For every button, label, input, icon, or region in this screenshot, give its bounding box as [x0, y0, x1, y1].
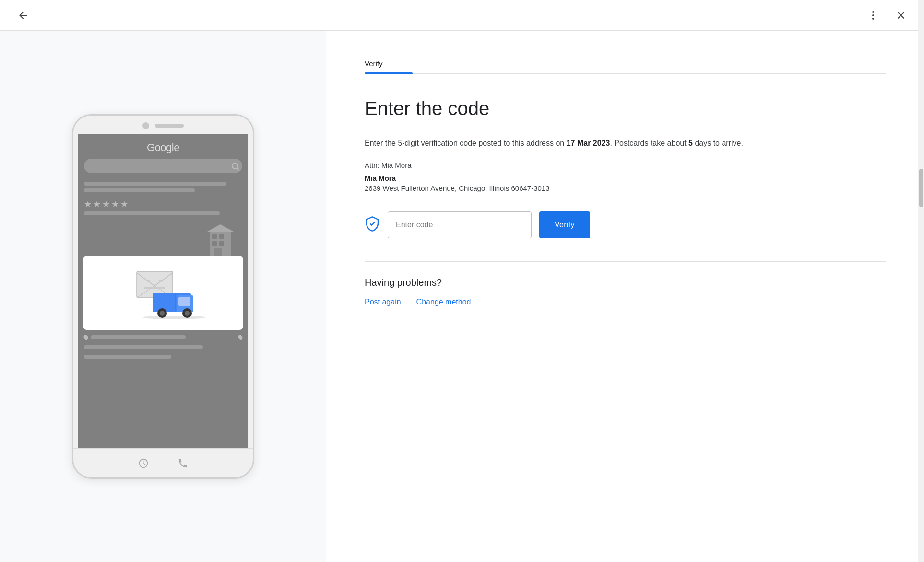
phone-nav-clock	[138, 458, 149, 468]
problems-heading: Having problems?	[365, 277, 886, 288]
phone-line	[84, 182, 226, 186]
phone-camera	[142, 122, 149, 129]
scroll-thumb[interactable]	[919, 169, 923, 207]
svg-rect-6	[212, 241, 217, 246]
phone-mockup: Google ★ ★ ★ ★ ★	[72, 114, 254, 479]
pin-icon-2	[237, 334, 244, 340]
right-panel: Verify Enter the code Enter the 5-digit …	[326, 31, 924, 562]
address-name: Mia Mora	[365, 174, 886, 182]
tab-underline	[365, 72, 413, 74]
svg-rect-5	[219, 234, 224, 239]
top-bar-left	[13, 6, 33, 25]
desc-date: 17 Mar 2023	[567, 139, 610, 147]
top-bar	[0, 0, 924, 31]
phone-bottom-content	[78, 330, 248, 448]
phone-stars: ★ ★ ★ ★ ★	[78, 197, 248, 211]
phone-line-3	[84, 355, 171, 359]
svg-point-13	[147, 280, 150, 282]
phone-search-icon	[232, 163, 238, 169]
phone-loc-line	[91, 335, 186, 339]
desc-days: 5	[688, 139, 693, 147]
phone-long-line	[84, 211, 220, 215]
svg-point-0	[872, 11, 874, 13]
address-text: 2639 West Fullerton Avenue, Chicago, Ill…	[365, 184, 886, 192]
top-bar-right	[864, 6, 911, 25]
description-text: Enter the 5-digit verification code post…	[365, 137, 886, 150]
phone-content-area	[78, 177, 248, 197]
star-2: ★	[93, 199, 101, 210]
truck-envelope-svg	[120, 267, 206, 319]
svg-rect-15	[144, 287, 165, 289]
phone-building-area	[78, 217, 248, 256]
back-button[interactable]	[13, 6, 33, 25]
svg-point-14	[159, 280, 162, 282]
phone-location-row	[84, 335, 242, 340]
truck-illustration	[93, 265, 234, 320]
desc-part2: . Postcards take about	[610, 139, 688, 147]
page-heading: Enter the code	[365, 97, 886, 120]
more-options-button[interactable]	[864, 6, 883, 25]
svg-rect-8	[214, 248, 222, 256]
problems-links: Post again Change method	[365, 298, 886, 306]
svg-point-20	[160, 311, 165, 316]
phone-line-2	[84, 345, 203, 349]
main-content: Google ★ ★ ★ ★ ★	[0, 31, 924, 562]
code-input-row: Verify	[365, 211, 886, 238]
phone-nav-bar	[73, 448, 253, 477]
svg-rect-4	[212, 234, 217, 239]
star-5: ★	[120, 199, 128, 210]
svg-rect-7	[219, 241, 224, 246]
svg-marker-9	[207, 224, 234, 232]
phone-google-header: Google	[78, 134, 248, 177]
desc-part3: days to arrive.	[693, 139, 743, 147]
change-method-link[interactable]: Change method	[416, 298, 471, 306]
phone-search-bar	[84, 159, 242, 173]
star-3: ★	[102, 199, 110, 210]
star-4: ★	[111, 199, 119, 210]
divider	[365, 261, 886, 262]
svg-point-22	[185, 311, 190, 316]
pin-icon	[83, 334, 89, 340]
phone-speaker	[155, 124, 184, 128]
phone-top-notch	[73, 116, 253, 134]
shield-icon	[365, 216, 380, 234]
svg-point-1	[872, 14, 874, 16]
phone-line	[84, 188, 195, 192]
left-panel: Google ★ ★ ★ ★ ★	[0, 31, 326, 562]
code-input[interactable]	[388, 211, 532, 238]
close-button[interactable]	[891, 6, 911, 25]
svg-rect-18	[178, 297, 190, 306]
verify-button[interactable]: Verify	[539, 211, 590, 238]
scroll-indicator	[918, 0, 924, 562]
desc-part1: Enter the 5-digit verification code post…	[365, 139, 567, 147]
google-logo-text: Google	[147, 141, 179, 154]
verify-tab[interactable]: Verify	[365, 59, 383, 73]
svg-point-2	[872, 18, 874, 20]
phone-card	[83, 256, 243, 330]
svg-point-24	[143, 316, 205, 319]
post-again-link[interactable]: Post again	[365, 298, 401, 306]
attn-label: Attn: Mia Mora	[365, 161, 886, 169]
phone-screen: Google ★ ★ ★ ★ ★	[78, 134, 248, 448]
phone-nav-phone	[178, 458, 188, 468]
star-1: ★	[84, 199, 92, 210]
tab-container: Verify	[365, 59, 886, 74]
